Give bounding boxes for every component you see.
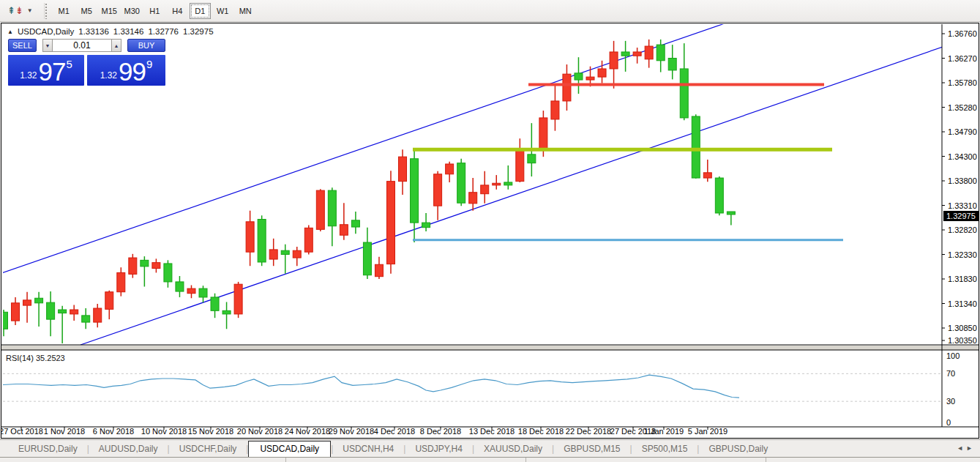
buy-button[interactable]: BUY	[127, 39, 165, 52]
candle-body	[328, 190, 336, 226]
panel-splitter[interactable]	[1, 346, 979, 350]
candle-body	[187, 288, 195, 294]
sell-price-button[interactable]: 1.32 97 5	[8, 55, 84, 86]
candle	[269, 239, 277, 266]
price-axis-label: 1.32820	[948, 226, 977, 234]
candle	[680, 43, 688, 120]
chart-tab-usdjpy-h4[interactable]: USDJPY,H4	[405, 441, 471, 456]
chart-tab-usdchf-daily[interactable]: USDCHF,Daily	[170, 441, 247, 456]
date-axis-label: 4 Dec 2018	[374, 427, 415, 436]
tab-scroll-arrows[interactable]: ◄►	[957, 444, 976, 452]
timeframe-button-d1[interactable]: D1	[190, 3, 211, 19]
candle-body	[129, 258, 137, 274]
candle	[12, 297, 20, 325]
channel-lower[interactable]	[81, 47, 943, 345]
buy-price-pipette: 9	[146, 58, 152, 70]
chart-tabs: EURUSD,Daily|AUDUSD,Daily|USDCHF,Daily|U…	[9, 440, 777, 457]
date-axis-label: 29 Nov 2018	[329, 427, 374, 436]
chart-window[interactable]: 27 Oct 20181 Nov 20186 Nov 201810 Nov 20…	[1, 23, 979, 439]
price-axis-label: 1.30350	[948, 336, 977, 345]
candle-body	[70, 310, 78, 314]
chart-tab-usdcnh-h4[interactable]: USDCNH,H4	[333, 441, 403, 456]
chart-tab-gbpusd-m15[interactable]: GBPUSD,M15	[554, 441, 629, 456]
price-axis-label: 1.34790	[948, 127, 977, 136]
tab-scroll-right-icon[interactable]: ►	[966, 444, 976, 452]
timeframe-button-w1[interactable]: W1	[212, 3, 233, 19]
date-axis-label: 18 Dec 2018	[518, 427, 564, 436]
candle	[434, 171, 442, 220]
candle	[59, 306, 67, 343]
candle	[692, 114, 700, 178]
sell-button[interactable]: SELL	[8, 39, 37, 52]
chart-tab-usdcad-daily[interactable]: USDCAD,Daily	[248, 441, 331, 458]
candle-body	[668, 58, 676, 70]
terminal-panel-edge	[0, 457, 980, 462]
lot-decrease-button[interactable]: ▼	[42, 39, 53, 52]
timeframe-button-h4[interactable]: H4	[167, 3, 188, 19]
candle	[164, 260, 172, 287]
candle-body	[351, 220, 359, 227]
candle-body	[469, 193, 477, 204]
price-axis-label: 1.35780	[948, 78, 977, 87]
chart-tab-gbpusd-daily[interactable]: GBPUSD,Daily	[699, 441, 777, 456]
timeframe-button-m5[interactable]: M5	[76, 3, 97, 19]
candle	[610, 41, 618, 89]
price-axis-label: 1.33800	[948, 176, 977, 185]
price-axis-label: 1.32330	[948, 250, 977, 259]
chart-tab-bar: EURUSD,Daily|AUDUSD,Daily|USDCHF,Daily|U…	[0, 439, 980, 457]
chart-mode-dropdown-button[interactable]: ⇞⇟ ▼	[3, 2, 37, 20]
candle-body	[59, 310, 67, 313]
candle-body	[386, 182, 394, 264]
date-axis-label: 27 Oct 2018	[1, 427, 43, 436]
price-axis-label: 1.34300	[948, 152, 977, 161]
candle	[363, 228, 371, 279]
date-axis-label: 24 Nov 2018	[285, 427, 330, 436]
candle-body	[82, 316, 90, 322]
candle-body	[633, 52, 641, 56]
rsi-axis-label: 100	[946, 351, 960, 360]
candle-body	[375, 264, 383, 276]
chart-tab-audusd-daily[interactable]: AUDUSD,Daily	[89, 441, 168, 456]
timeframe-button-m15[interactable]: M15	[99, 3, 120, 19]
candle-body	[117, 272, 125, 291]
lot-size-input[interactable]	[53, 39, 111, 52]
lot-increase-button[interactable]: ▲	[111, 39, 121, 52]
candle-body	[422, 223, 430, 228]
candle-body	[586, 77, 594, 80]
candle-body	[481, 185, 489, 194]
candle-body	[94, 308, 102, 322]
panel-column-divider	[766, 458, 766, 462]
timeframe-button-m30[interactable]: M30	[121, 3, 143, 19]
chart-tab-xauusd-daily[interactable]: XAUUSD,Daily	[474, 441, 552, 456]
candle-body	[657, 45, 665, 61]
toolbar-drag-handle[interactable]	[44, 3, 48, 19]
candle	[70, 305, 78, 321]
sell-price-big-digits: 97	[39, 60, 66, 83]
candle	[645, 40, 653, 68]
tab-scroll-left-icon[interactable]: ◄	[957, 444, 966, 452]
candle	[222, 302, 231, 329]
candle-body	[575, 73, 583, 80]
date-axis-label: 1 Jan 2019	[644, 427, 684, 436]
candle-body	[457, 163, 465, 204]
buy-price-button[interactable]: 1.32 99 9	[87, 55, 165, 86]
date-axis-label: 15 Nov 2018	[188, 427, 233, 436]
candle	[246, 211, 254, 267]
timeframe-button-h1[interactable]: H1	[144, 3, 165, 19]
timeframe-button-mn[interactable]: MN	[235, 3, 256, 19]
rsi-axis-label: 30	[946, 397, 955, 406]
candle-body	[12, 303, 20, 321]
price-axis-label: 1.33310	[948, 201, 977, 210]
candle	[598, 61, 606, 83]
candle-body	[281, 250, 289, 254]
timeframe-button-m1[interactable]: M1	[53, 3, 75, 19]
chart-tab-eurusd-daily[interactable]: EURUSD,Daily	[9, 441, 87, 456]
quote-panel-toggle-icon[interactable]: ▲	[7, 29, 13, 35]
panel-column-divider	[285, 458, 286, 462]
candle-body	[246, 222, 254, 252]
candle	[94, 304, 102, 327]
candle-body	[703, 173, 711, 178]
candle-body	[528, 154, 536, 163]
candle	[199, 286, 207, 302]
chart-tab-sp500-m15[interactable]: SP500,M15	[632, 441, 697, 456]
